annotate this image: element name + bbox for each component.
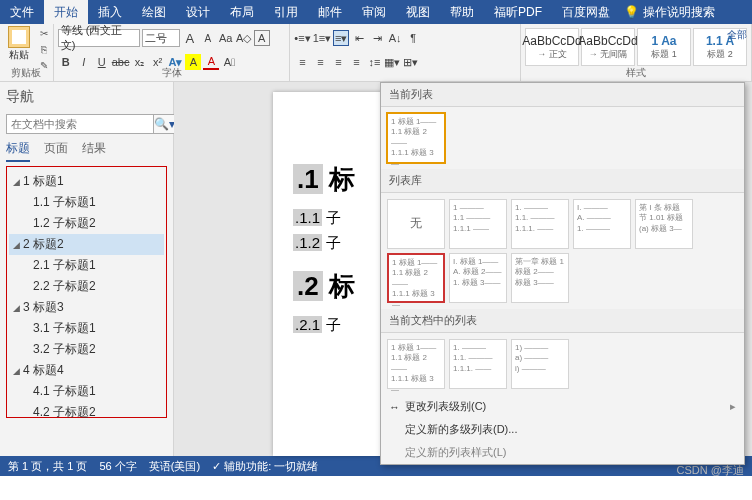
dropdown-section-library: 列表库 <box>381 169 744 193</box>
list-preset[interactable]: 1 ——— 1.1 ——— 1.1.1 —— <box>449 199 507 249</box>
tell-me-search[interactable]: 💡操作说明搜索 <box>624 4 715 21</box>
status-accessibility[interactable]: ✓ 辅助功能: 一切就绪 <box>212 459 318 474</box>
tab-mailings[interactable]: 邮件 <box>308 0 352 24</box>
chevron-right-icon: ▸ <box>730 400 736 413</box>
list-preset-selected[interactable]: 1 标题 1—— 1.1 标题 2—— 1.1.1 标题 3— <box>387 253 445 303</box>
align-left-button[interactable]: ≡ <box>294 54 310 70</box>
collapse-icon: ◢ <box>13 177 23 187</box>
status-words[interactable]: 56 个字 <box>99 459 136 474</box>
define-list-style-menu[interactable]: 定义新的列表样式(L) <box>381 441 744 464</box>
heading-subitem[interactable]: 3.2 子标题2 <box>9 339 164 360</box>
style-nospacing[interactable]: AaBbCcDd→ 无间隔 <box>581 28 635 66</box>
style-normal[interactable]: AaBbCcDd→ 正文 <box>525 28 579 66</box>
nav-tab-pages[interactable]: 页面 <box>44 140 68 162</box>
list-preset[interactable]: 1) ——— a) ——— i) ——— <box>511 339 569 389</box>
tab-layout[interactable]: 布局 <box>220 0 264 24</box>
font-group-label: 字体 <box>54 66 290 80</box>
tab-help[interactable]: 帮助 <box>440 0 484 24</box>
paste-button[interactable]: 粘贴 <box>4 26 34 62</box>
tab-insert[interactable]: 插入 <box>88 0 132 24</box>
clipboard-group-label: 剪贴板 <box>0 66 53 80</box>
list-preset[interactable]: 1. ——— 1.1. ——— 1.1.1. —— <box>449 339 507 389</box>
heading-subitem[interactable]: 2.1 子标题1 <box>9 255 164 276</box>
heading-subitem[interactable]: 1.1 子标题1 <box>9 192 164 213</box>
list-preset[interactable]: 第 I 条 标题 节 1.01 标题 (a) 标题 3— <box>635 199 693 249</box>
status-language[interactable]: 英语(美国) <box>149 459 200 474</box>
align-right-button[interactable]: ≡ <box>330 54 346 70</box>
list-preset-none[interactable]: 无 <box>387 199 445 249</box>
change-case-button[interactable]: Aa <box>218 30 234 46</box>
heading-item[interactable]: ◢3 标题3 <box>9 297 164 318</box>
styles-group-label: 样式 <box>521 66 751 80</box>
nav-tab-headings[interactable]: 标题 <box>6 140 30 162</box>
font-name-select[interactable]: 等线 (西文正文) <box>58 29 140 47</box>
tab-baidu[interactable]: 百度网盘 <box>552 0 620 24</box>
nav-search-input[interactable] <box>6 114 154 134</box>
list-preset[interactable]: I. 标题 1—— A. 标题 2—— 1. 标题 3—— <box>449 253 507 303</box>
collapse-icon: ◢ <box>13 240 23 250</box>
search-icon: 🔍 <box>154 117 169 131</box>
tab-view[interactable]: 视图 <box>396 0 440 24</box>
heading-item[interactable]: ◢4 标题4 <box>9 360 164 381</box>
heading-subitem[interactable]: 2.2 子标题2 <box>9 276 164 297</box>
tab-review[interactable]: 审阅 <box>352 0 396 24</box>
tab-home[interactable]: 开始 <box>44 0 88 24</box>
style-heading1[interactable]: 1 Aa标题 1 <box>637 28 691 66</box>
collapse-icon: ◢ <box>13 303 23 313</box>
nav-title: 导航 <box>6 88 167 106</box>
bullets-button[interactable]: •≡▾ <box>294 30 310 46</box>
increase-indent-button[interactable]: ⇥ <box>369 30 385 46</box>
tab-references[interactable]: 引用 <box>264 0 308 24</box>
nav-tab-results[interactable]: 结果 <box>82 140 106 162</box>
grow-font-button[interactable]: A <box>182 30 198 46</box>
list-preset-current[interactable]: 1 标题 1—— 1.1 标题 2—— 1.1.1 标题 3— <box>387 113 445 163</box>
headings-tree: ◢1 标题1 1.1 子标题1 1.2 子标题2 ◢2 标题2 2.1 子标题1… <box>6 166 167 418</box>
styles-all-button[interactable]: 全部 <box>727 28 747 42</box>
heading-subitem[interactable]: 3.1 子标题1 <box>9 318 164 339</box>
status-page[interactable]: 第 1 页，共 1 页 <box>8 459 87 474</box>
clipboard-icon <box>8 26 30 48</box>
line-spacing-button[interactable]: ↕≡ <box>366 54 382 70</box>
define-multilevel-menu[interactable]: 定义新的多级列表(D)... <box>381 418 744 441</box>
show-marks-button[interactable]: ¶ <box>405 30 421 46</box>
dropdown-section-doc: 当前文档中的列表 <box>381 309 744 333</box>
heading-item[interactable]: ◢1 标题1 <box>9 171 164 192</box>
decrease-indent-button[interactable]: ⇤ <box>351 30 367 46</box>
nav-search-button[interactable]: 🔍▾ <box>154 114 176 134</box>
heading-subitem[interactable]: 1.2 子标题2 <box>9 213 164 234</box>
list-preset[interactable]: I. ——— A. ——— 1. ——— <box>573 199 631 249</box>
justify-button[interactable]: ≡ <box>348 54 364 70</box>
heading-item[interactable]: ◢2 标题2 <box>9 234 164 255</box>
multilevel-button[interactable]: ≡▾ <box>333 30 349 46</box>
shrink-font-button[interactable]: A <box>200 30 216 46</box>
collapse-icon: ◢ <box>13 366 23 376</box>
tab-design[interactable]: 设计 <box>176 0 220 24</box>
phonetic-button[interactable]: A <box>254 30 270 46</box>
copy-icon[interactable]: ⎘ <box>37 42 51 56</box>
watermark: CSDN @李迪 <box>677 463 744 478</box>
clear-format-button[interactable]: A◇ <box>236 30 252 46</box>
numbering-button[interactable]: 1≡▾ <box>313 30 332 46</box>
heading-subitem[interactable]: 4.1 子标题1 <box>9 381 164 402</box>
tab-draw[interactable]: 绘图 <box>132 0 176 24</box>
tab-file[interactable]: 文件 <box>0 0 44 24</box>
heading-subitem[interactable]: 4.2 子标题2 <box>9 402 164 423</box>
tab-foxit[interactable]: 福昕PDF <box>484 0 552 24</box>
borders-button[interactable]: ⊞▾ <box>402 54 418 70</box>
shading-button[interactable]: ▦▾ <box>384 54 400 70</box>
list-preset[interactable]: 1 标题 1—— 1.1 标题 2—— 1.1.1 标题 3— <box>387 339 445 389</box>
list-preset[interactable]: 1. ——— 1.1. ——— 1.1.1. —— <box>511 199 569 249</box>
align-center-button[interactable]: ≡ <box>312 54 328 70</box>
list-preset[interactable]: 第一章 标题 1 标题 2—— 标题 3—— <box>511 253 569 303</box>
cut-icon[interactable]: ✂ <box>37 26 51 40</box>
multilevel-list-dropdown: 当前列表 1 标题 1—— 1.1 标题 2—— 1.1.1 标题 3— 列表库… <box>380 82 745 465</box>
dropdown-section-current: 当前列表 <box>381 83 744 107</box>
change-list-level-menu[interactable]: ↔更改列表级别(C)▸ <box>381 395 744 418</box>
font-size-select[interactable]: 二号 <box>142 29 180 47</box>
navigation-pane: 导航 🔍▾ 标题 页面 结果 ◢1 标题1 1.1 子标题1 1.2 子标题2 … <box>0 82 174 456</box>
bulb-icon: 💡 <box>624 5 639 19</box>
sort-button[interactable]: A↓ <box>387 30 403 46</box>
